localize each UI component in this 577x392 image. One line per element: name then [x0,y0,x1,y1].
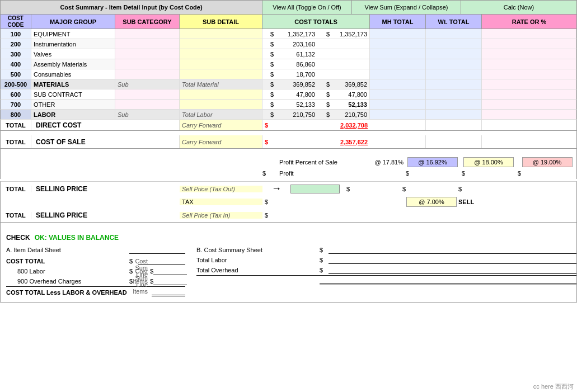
data-rows: 100 EQUIPMENT $ 1,352,173 $ 1,352,173 20… [0,29,577,120]
profit-percent-row: Profit Percent of Sale @ 17.81% @ 16.92%… [0,157,577,168]
col-cost-code-label: COST CODE [1,15,31,29]
cell-subcat [115,29,180,39]
total-direct-rate [482,120,576,130]
cell-mh [370,59,426,69]
spti-title-text: SELLING PRICE [36,211,87,219]
arrow-icon: → [271,183,282,195]
pp-box2: @ 18.00% [459,157,515,167]
total-cos-wt [426,135,482,148]
cell-mh [370,100,426,109]
cell-major: SUB CONTRACT [31,89,115,99]
table-row: 200 Instrumentation $ 203,160 [0,39,577,49]
cell-rate [482,79,576,89]
check-right: B. Cost Summary Sheet $ Total Labor $ To… [196,245,576,297]
cell-code: 700 [1,100,31,109]
pp-box1: @ 16.92% [404,157,459,167]
total-direct-desc: DIRECT COST [31,120,180,130]
table-row: 400 Assembly Materials $ 86,860 [0,59,577,69]
col-header-subdet: SUB DETAIL [180,15,262,29]
total-cos-desc: COST OF SALE [31,135,180,148]
cell-major: OTHER [31,100,115,109]
cell-subcat [115,39,180,49]
cell-cost: $ 1,352,173 $ 1,352,173 [262,29,370,39]
cell-wt [426,69,482,79]
cell-subcat [115,49,180,59]
cell-code: 400 [1,59,31,69]
total-overhead-b-label: Total Overhead [196,267,320,273]
cell-subdet [180,29,262,39]
cell-rate [482,29,576,39]
col-cost-totals-label: COST TOTALS [294,18,337,25]
profit-percent-label: Profit Percent of Sale [279,159,337,166]
pp-base-pct: @ 17.81% [370,159,404,166]
view-sum-label: View Sum (Expand / Collapse) [365,4,448,11]
profit-dollar: $ [262,170,266,177]
cell-rate [482,69,576,79]
total-direct-desc-text: DIRECT COST [36,121,81,129]
cell-wt [426,79,482,89]
total-cos-cost: $ 2,357,622 [262,135,370,148]
cell-mh [370,49,426,59]
col-a-title: A. Item Detail Sheet [6,247,129,253]
profit-pct-box3[interactable]: @ 19.00% [522,157,573,167]
total-direct-value: 2,032,708 [268,122,370,129]
sp-label-text: TOTAL [6,186,26,192]
cell-mh [370,110,426,119]
cell-subdet: Total Material [180,79,262,89]
cell-subdet [180,89,262,99]
view-sum-button[interactable]: View Sum (Expand / Collapse) [352,1,461,14]
cell-code: 800 [1,110,31,119]
profit-dollar-mh: $ [406,170,409,177]
watermark: cc here 西西河 [530,381,577,392]
spacer-3 [0,223,577,229]
tax-rate-display: @ 7.00% [406,197,457,207]
spti-label: TOTAL [1,212,31,219]
cell-subcat [115,89,180,99]
total-direct-carry-text: Carry Forward [182,122,221,129]
col-b-title-row: B. Cost Summary Sheet $ [196,245,576,255]
spti-subtext-text: Sell Price (Tax In) [182,212,230,219]
cell-cost: $ 47,800 $ 47,800 [262,89,370,99]
cell-code: 500 [1,69,31,79]
cell-cost: $ 203,160 [262,39,370,49]
profit-pct-box2[interactable]: @ 18.00% [463,157,514,167]
cell-major: Valves [31,49,115,59]
sp-title-text: SELLING PRICE [36,185,87,193]
cell-subcat: Sub [115,110,180,119]
cell-rate [482,100,576,109]
sp-dollar3-text: $ [458,186,462,192]
cell-wt [426,110,482,119]
cost-total-label-row: COST TOTAL $ [6,256,185,266]
view-all-button[interactable]: View All (Toggle On / Off) [262,1,352,14]
total-direct-label-text: TOTAL [6,122,26,129]
cell-cost: $ 18,700 [262,69,370,79]
cell-major: MATERIALS [31,79,115,89]
total-direct-carry: Carry Forward [180,120,262,130]
total-direct-mh [370,120,426,130]
total-cost-of-sale-row: TOTAL COST OF SALE Carry Forward $ 2,357… [0,135,577,149]
profit-pct-box1[interactable]: @ 16.92% [407,157,458,167]
col-subdet-label: SUB DETAIL [203,18,239,25]
watermark-text: cc here 西西河 [533,383,574,390]
cell-rate [482,39,576,49]
cost-total-less-label: COST TOTAL Less LABOR & OVERHEAD [6,289,152,296]
sell-price-input[interactable] [290,185,340,193]
cell-code: 300 [1,49,31,59]
sp-input-box [290,185,346,193]
tax-label-text: TAX [180,199,194,205]
total-direct-cost: $ 2,032,708 [262,120,370,130]
cell-cost: $ 369,852 $ 369,852 [262,79,370,89]
spti-subtext: Sell Price (Tax In) [180,212,262,219]
cell-cost: $ 61,132 [262,49,370,59]
total-direct-label: TOTAL [1,120,31,130]
cell-wt [426,29,482,39]
check-columns: A. Item Detail Sheet COST TOTAL $ 800 La… [6,245,576,297]
col-header-wt: Wt. TOTAL [426,15,482,29]
labor-a-dollar2: $ [148,268,153,275]
cell-rate [482,89,576,99]
col-b-dollar1: $ [320,247,329,253]
col-header-cost-code: COST CODE [1,15,31,29]
tax-label-cell: TAX [180,199,262,205]
calc-button[interactable]: Calc (Now) [461,1,576,14]
ok-label: OK: VALUES IN BALANCE [35,234,119,242]
